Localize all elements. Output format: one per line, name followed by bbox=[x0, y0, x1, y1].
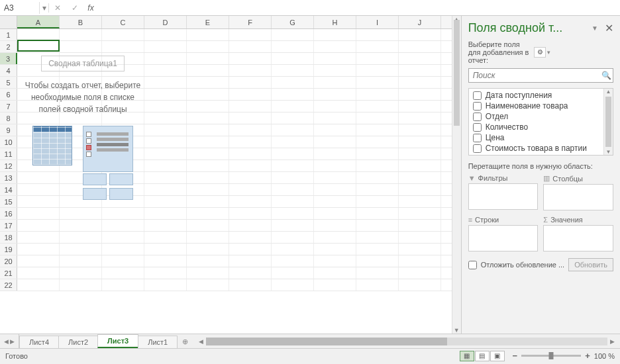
field-item[interactable]: Наименование товара bbox=[469, 101, 613, 111]
cell[interactable] bbox=[187, 184, 229, 195]
cell[interactable] bbox=[272, 196, 314, 207]
name-box-dropdown[interactable]: ▾ bbox=[40, 3, 49, 13]
search-input[interactable] bbox=[469, 69, 599, 82]
cell[interactable] bbox=[356, 41, 399, 52]
column-header[interactable]: J bbox=[399, 16, 441, 28]
cell[interactable] bbox=[187, 196, 229, 207]
cell[interactable] bbox=[187, 148, 229, 159]
cell[interactable] bbox=[229, 232, 272, 243]
cell[interactable] bbox=[399, 208, 441, 219]
cell[interactable] bbox=[60, 267, 102, 279]
view-page-layout-icon[interactable]: ▤ bbox=[475, 351, 490, 361]
row-header[interactable]: 20 bbox=[0, 255, 17, 267]
sheet-tab[interactable]: Лист1 bbox=[138, 336, 178, 348]
cell[interactable] bbox=[314, 208, 356, 219]
view-normal-icon[interactable]: ▦ bbox=[460, 351, 474, 361]
cell[interactable] bbox=[399, 29, 441, 40]
cell[interactable] bbox=[272, 172, 314, 183]
cell[interactable] bbox=[272, 113, 314, 124]
cell[interactable] bbox=[229, 101, 272, 112]
cell[interactable] bbox=[144, 89, 187, 100]
tab-nav-prev-icon[interactable]: ◀ bbox=[4, 338, 9, 345]
cell[interactable] bbox=[144, 77, 187, 88]
field-item[interactable]: Цена bbox=[469, 132, 613, 143]
cell[interactable] bbox=[272, 208, 314, 219]
cell[interactable] bbox=[187, 267, 229, 279]
cell[interactable] bbox=[187, 220, 229, 231]
cell[interactable] bbox=[356, 255, 399, 267]
cell[interactable] bbox=[314, 172, 356, 183]
fl-scroll-down-icon[interactable]: ▼ bbox=[604, 149, 613, 155]
cell[interactable] bbox=[314, 184, 356, 195]
cell[interactable] bbox=[60, 208, 102, 219]
cell[interactable] bbox=[187, 160, 229, 171]
cell[interactable] bbox=[144, 124, 187, 136]
cell[interactable] bbox=[272, 244, 314, 255]
cell[interactable] bbox=[314, 148, 356, 159]
cell[interactable] bbox=[314, 160, 356, 171]
gear-icon[interactable]: ⚙ bbox=[534, 47, 546, 58]
cell[interactable] bbox=[399, 172, 441, 183]
cell[interactable] bbox=[399, 255, 441, 267]
cell[interactable] bbox=[229, 267, 272, 279]
column-header[interactable]: I bbox=[356, 16, 399, 28]
cell[interactable] bbox=[17, 267, 60, 279]
cell[interactable] bbox=[144, 255, 187, 267]
cell[interactable] bbox=[314, 196, 356, 207]
cell[interactable] bbox=[356, 136, 399, 148]
spreadsheet-grid[interactable]: ABCDEFGHIJ 12345678910111213141516171819… bbox=[0, 16, 452, 334]
cell[interactable] bbox=[144, 196, 187, 207]
cell[interactable] bbox=[314, 255, 356, 267]
row-header[interactable]: 14 bbox=[0, 184, 17, 195]
cell[interactable] bbox=[356, 208, 399, 219]
cell[interactable] bbox=[144, 113, 187, 124]
cell[interactable] bbox=[229, 196, 272, 207]
cell[interactable] bbox=[102, 41, 144, 52]
cell[interactable] bbox=[356, 29, 399, 40]
row-header[interactable]: 7 bbox=[0, 101, 17, 112]
cell[interactable] bbox=[60, 279, 102, 291]
cell[interactable] bbox=[314, 124, 356, 136]
cell[interactable] bbox=[187, 279, 229, 291]
close-icon[interactable]: ✕ bbox=[605, 22, 613, 34]
cell[interactable] bbox=[187, 65, 229, 76]
hscroll-thumb[interactable] bbox=[206, 338, 446, 345]
row-header[interactable]: 2 bbox=[0, 41, 17, 52]
cell[interactable] bbox=[229, 279, 272, 291]
cell[interactable] bbox=[314, 65, 356, 76]
cell[interactable] bbox=[60, 220, 102, 231]
vertical-scrollbar[interactable]: ▲ ▼ bbox=[452, 16, 461, 334]
cell[interactable] bbox=[60, 41, 102, 52]
cell[interactable] bbox=[102, 29, 144, 40]
cell[interactable] bbox=[356, 232, 399, 243]
cell[interactable] bbox=[229, 148, 272, 159]
cell[interactable] bbox=[144, 136, 187, 148]
defer-update-checkbox[interactable] bbox=[468, 261, 477, 269]
cell[interactable] bbox=[60, 232, 102, 243]
cell[interactable] bbox=[144, 244, 187, 255]
cell[interactable] bbox=[314, 77, 356, 88]
cell[interactable] bbox=[187, 77, 229, 88]
cell[interactable] bbox=[314, 41, 356, 52]
cell[interactable] bbox=[399, 124, 441, 136]
row-header[interactable]: 8 bbox=[0, 113, 17, 124]
enter-icon[interactable]: ✓ bbox=[66, 3, 83, 13]
cell[interactable] bbox=[314, 101, 356, 112]
cell[interactable] bbox=[229, 29, 272, 40]
cell[interactable] bbox=[399, 101, 441, 112]
vscroll-thumb[interactable] bbox=[454, 20, 460, 126]
view-page-break-icon[interactable]: ▣ bbox=[490, 351, 505, 361]
cell[interactable] bbox=[102, 267, 144, 279]
cell[interactable] bbox=[229, 172, 272, 183]
cell[interactable] bbox=[60, 255, 102, 267]
row-header[interactable]: 13 bbox=[0, 172, 17, 183]
field-list-scrollbar[interactable]: ▲ ▼ bbox=[603, 89, 613, 155]
name-box[interactable]: A3 bbox=[0, 2, 40, 14]
cell[interactable] bbox=[144, 148, 187, 159]
cell[interactable] bbox=[399, 267, 441, 279]
cell[interactable] bbox=[17, 220, 60, 231]
zoom-slider[interactable] bbox=[521, 355, 581, 357]
cell[interactable] bbox=[356, 220, 399, 231]
zoom-out-button[interactable]: − bbox=[513, 351, 518, 361]
cell[interactable] bbox=[229, 77, 272, 88]
